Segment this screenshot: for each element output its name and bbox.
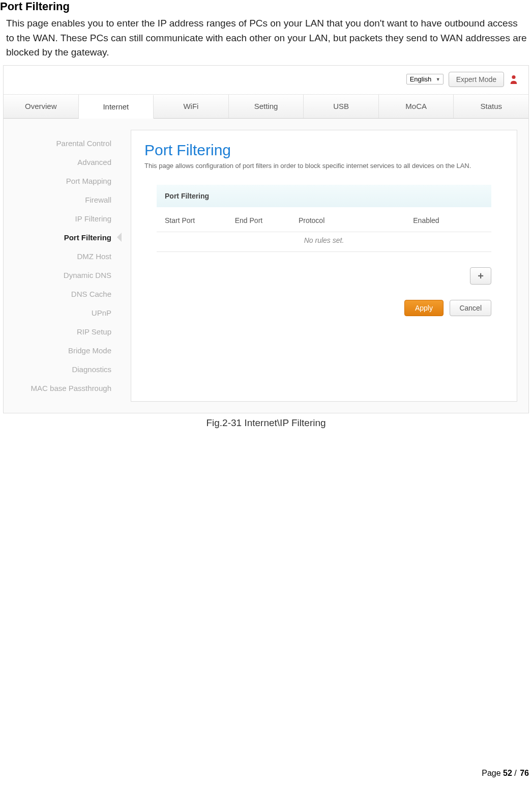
tab-usb[interactable]: USB xyxy=(304,95,379,118)
sidebar-item-dynamic-dns[interactable]: Dynamic DNS xyxy=(4,266,116,285)
expert-mode-button[interactable]: Expert Mode xyxy=(449,72,504,87)
router-ui-screenshot: English Expert Mode Overview Internet Wi… xyxy=(3,65,529,413)
page-footer: Page 52 / 76 xyxy=(482,769,529,778)
sidebar-item-dns-cache[interactable]: DNS Cache xyxy=(4,285,116,303)
user-icon[interactable] xyxy=(509,74,518,85)
tab-internet[interactable]: Internet xyxy=(79,95,154,119)
action-row: Apply Cancel xyxy=(157,297,491,316)
apply-button[interactable]: Apply xyxy=(404,300,444,316)
sidebar-item-parental-control[interactable]: Parental Control xyxy=(4,134,116,153)
tab-wifi[interactable]: WiFi xyxy=(154,95,229,118)
content-panel: Port Filtering This page allows configur… xyxy=(131,130,517,402)
add-rule-button[interactable]: + xyxy=(470,267,491,285)
figure-caption: Fig.2-31 Internet\IP Filtering xyxy=(0,417,532,429)
tab-setting[interactable]: Setting xyxy=(229,95,304,118)
sidebar-item-upnp[interactable]: UPnP xyxy=(4,303,116,322)
page-separator: / xyxy=(514,769,520,777)
language-select[interactable]: English xyxy=(406,74,444,85)
sidebar-item-dmz-host[interactable]: DMZ Host xyxy=(4,247,116,266)
main-area: Parental Control Advanced Port Mapping F… xyxy=(4,119,528,413)
add-row: + xyxy=(157,252,491,297)
empty-state-message: No rules set. xyxy=(157,232,491,252)
cancel-button[interactable]: Cancel xyxy=(450,300,491,316)
sidebar-item-port-filtering[interactable]: Port Filtering xyxy=(4,228,116,247)
tab-moca[interactable]: MoCA xyxy=(379,95,454,118)
col-protocol: Protocol xyxy=(299,216,413,225)
sidebar-item-diagnostics[interactable]: Diagnostics xyxy=(4,360,116,379)
page-title: Port Filtering xyxy=(144,142,504,159)
col-enabled: Enabled xyxy=(413,216,483,225)
sidebar-item-port-mapping[interactable]: Port Mapping xyxy=(4,172,116,190)
tab-overview[interactable]: Overview xyxy=(4,95,79,118)
table-header-row: Start Port End Port Protocol Enabled xyxy=(157,207,491,232)
page-intro: This page allows configuration of port f… xyxy=(144,161,504,171)
sidebar-item-rip-setup[interactable]: RIP Setup xyxy=(4,322,116,341)
main-tabs: Overview Internet WiFi Setting USB MoCA … xyxy=(4,95,528,119)
col-start-port: Start Port xyxy=(165,216,235,225)
col-end-port: End Port xyxy=(235,216,299,225)
page-label: Page xyxy=(482,769,500,777)
page-current: 52 xyxy=(503,769,512,777)
sidebar-item-mac-passthrough[interactable]: MAC base Passthrough xyxy=(4,379,116,398)
sidebar-item-advanced[interactable]: Advanced xyxy=(4,153,116,172)
sidebar: Parental Control Advanced Port Mapping F… xyxy=(4,119,126,413)
panel-header: Port Filtering xyxy=(157,185,491,207)
doc-section-desc: This page enables you to enter the IP ad… xyxy=(0,16,532,60)
doc-section-title: Port Filtering xyxy=(0,0,532,13)
page-total: 76 xyxy=(520,769,529,777)
sidebar-item-bridge-mode[interactable]: Bridge Mode xyxy=(4,341,116,360)
topbar: English Expert Mode xyxy=(4,66,528,95)
sidebar-item-firewall[interactable]: Firewall xyxy=(4,190,116,209)
port-filtering-panel: Port Filtering Start Port End Port Proto… xyxy=(157,185,491,316)
svg-point-0 xyxy=(512,75,515,78)
tab-status[interactable]: Status xyxy=(454,95,528,118)
sidebar-item-ip-filtering[interactable]: IP Filtering xyxy=(4,209,116,228)
